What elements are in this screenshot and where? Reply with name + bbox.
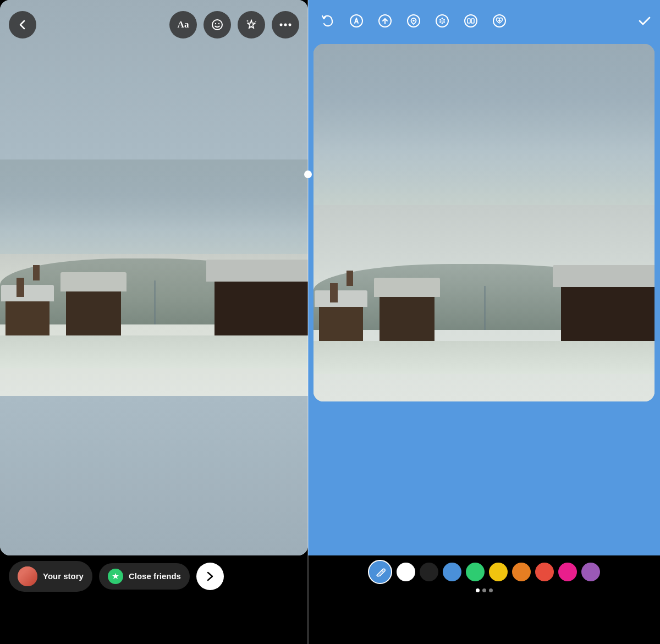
left-panel: Aa <box>0 0 308 555</box>
svg-point-3 <box>247 20 249 22</box>
color-green[interactable] <box>466 563 485 581</box>
bottom-bar: Your story Close friends <box>0 555 660 644</box>
columns-button[interactable] <box>459 9 483 33</box>
svg-point-15 <box>443 19 445 21</box>
color-yellow[interactable] <box>489 563 508 581</box>
effects-button[interactable] <box>238 11 265 38</box>
close-friends-label: Close friends <box>129 571 181 581</box>
svg-point-20 <box>465 15 477 27</box>
svg-point-17 <box>442 23 443 24</box>
your-story-button[interactable]: Your story <box>9 561 92 592</box>
location-button[interactable] <box>402 9 426 33</box>
bottom-left: Your story Close friends <box>0 555 308 597</box>
pagination-dot-1 <box>476 588 480 592</box>
your-story-label: Your story <box>43 571 84 581</box>
snow-scene-right <box>314 44 654 401</box>
close-friends-button[interactable]: Close friends <box>99 563 190 590</box>
pagination-dot-3 <box>489 588 493 592</box>
svg-point-7 <box>289 24 292 26</box>
text-tool-button[interactable]: Aa <box>169 11 197 38</box>
divider-line <box>307 0 309 555</box>
svg-rect-22 <box>471 19 474 23</box>
active-pen-button[interactable] <box>368 560 392 584</box>
left-toolbar-right: Aa <box>169 11 299 38</box>
sticker-button[interactable] <box>204 11 231 38</box>
palette-button[interactable] <box>430 9 454 33</box>
color-orange[interactable] <box>512 563 531 581</box>
heart-add-button[interactable] <box>487 9 512 33</box>
undo-button[interactable] <box>316 9 340 33</box>
svg-point-4 <box>255 21 256 22</box>
svg-point-0 <box>212 20 222 30</box>
right-photo <box>314 44 654 401</box>
svg-point-19 <box>441 20 444 23</box>
share-arrow-button[interactable] <box>196 563 224 590</box>
main-area: Aa <box>0 0 660 555</box>
user-avatar <box>18 566 37 586</box>
back-button[interactable] <box>9 11 36 38</box>
svg-point-6 <box>284 24 287 26</box>
svg-point-14 <box>442 18 443 19</box>
svg-point-18 <box>439 21 441 23</box>
color-pink[interactable] <box>558 563 577 581</box>
svg-point-5 <box>280 24 283 26</box>
color-black[interactable] <box>420 563 438 581</box>
left-photo <box>0 159 308 396</box>
left-bottom-bg <box>0 396 308 555</box>
snow-scene-left <box>0 159 308 396</box>
color-palette <box>368 560 600 584</box>
svg-point-11 <box>413 20 415 22</box>
pagination-dots <box>476 588 493 592</box>
color-purple[interactable] <box>581 563 600 581</box>
divider-handle[interactable] <box>304 170 312 178</box>
close-friends-star-icon <box>108 569 123 584</box>
svg-point-1 <box>215 23 216 24</box>
pagination-dot-2 <box>482 588 486 592</box>
color-red[interactable] <box>535 563 554 581</box>
svg-point-2 <box>218 23 219 24</box>
text-tool-label: Aa <box>178 19 189 30</box>
more-options-button[interactable] <box>272 11 299 38</box>
color-white[interactable] <box>397 563 415 581</box>
bottom-right <box>308 555 660 597</box>
left-topbar: Aa <box>0 11 308 38</box>
upload-button[interactable] <box>373 9 397 33</box>
done-button[interactable] <box>637 13 652 29</box>
svg-rect-21 <box>468 19 470 23</box>
svg-point-16 <box>443 21 445 23</box>
color-blue[interactable] <box>443 563 461 581</box>
bottom-row: Your story Close friends <box>0 555 660 597</box>
svg-point-13 <box>439 19 441 21</box>
pen-tool-button[interactable] <box>344 9 369 33</box>
right-panel <box>308 0 660 555</box>
right-topbar <box>314 5 654 36</box>
svg-point-8 <box>350 15 362 27</box>
